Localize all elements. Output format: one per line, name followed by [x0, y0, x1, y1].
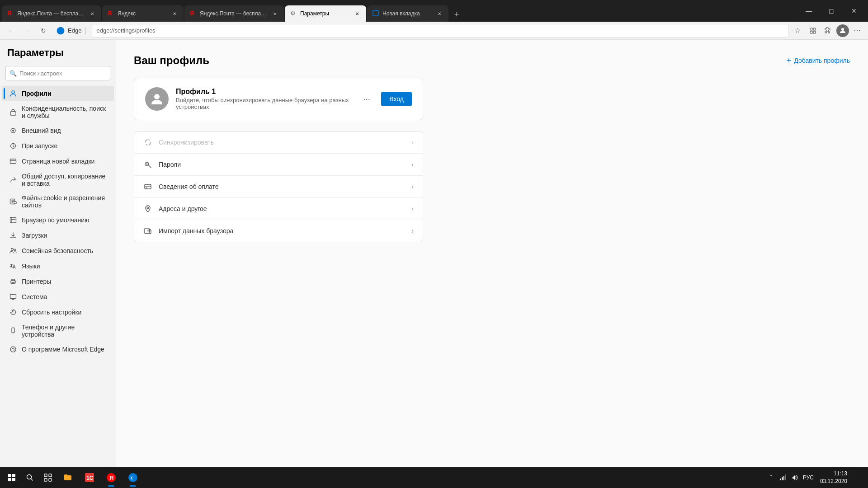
- back-button[interactable]: ←: [4, 23, 18, 38]
- svg-point-22: [13, 347, 14, 348]
- menu-import-label: Импорт данных браузера: [159, 227, 405, 235]
- settings-more-icon[interactable]: ⋯: [850, 23, 864, 38]
- search-box[interactable]: 🔍: [5, 66, 110, 80]
- language-button[interactable]: РУС: [801, 474, 816, 481]
- profile-button[interactable]: [836, 24, 849, 37]
- tab-2-favicon: Я: [108, 10, 115, 17]
- extensions-icon[interactable]: [821, 23, 835, 38]
- tab-1-close[interactable]: ✕: [89, 10, 96, 17]
- add-profile-label: Добавить профиль: [794, 57, 850, 64]
- browser-window: Я Яндекс.Почта — бесплатная и... ✕ Я Янд…: [0, 0, 868, 467]
- menu-sync-label: Синхронизировать: [159, 139, 405, 146]
- start-button[interactable]: [4, 469, 20, 486]
- task-view-button[interactable]: [40, 469, 56, 486]
- 1c-taskbar[interactable]: 1C: [80, 468, 99, 488]
- page-title: Ваш профиль: [134, 54, 209, 67]
- sidebar-item-newtab-label: Страница новой вкладки: [22, 158, 94, 165]
- svg-text:Я: Я: [109, 474, 113, 481]
- sidebar-item-cookies[interactable]: Файлы cookie и разрешения сайтов: [2, 191, 114, 212]
- svg-rect-44: [780, 479, 781, 480]
- tab-3[interactable]: Я Яндекс.Почта — бесплатная и... ✕: [184, 5, 284, 22]
- svg-point-25: [146, 164, 148, 165]
- svg-rect-32: [8, 478, 11, 481]
- tab-newtab-close[interactable]: ✕: [436, 10, 443, 17]
- network-icon[interactable]: [778, 472, 788, 483]
- svg-rect-0: [373, 10, 378, 16]
- notification-area[interactable]: ˄: [766, 472, 777, 483]
- downloads-icon: [9, 231, 17, 239]
- sidebar-item-default[interactable]: Браузер по умолчанию: [2, 212, 114, 228]
- sidebar-item-phone[interactable]: Телефон и другие устройства: [2, 320, 114, 342]
- new-tab-button[interactable]: +: [449, 7, 464, 22]
- restore-button[interactable]: ◻: [821, 3, 842, 19]
- address-input[interactable]: edge://settings/profiles: [92, 24, 788, 38]
- tab-2-close[interactable]: ✕: [171, 10, 178, 17]
- menu-item-payment[interactable]: Сведения об оплате ›: [134, 176, 423, 198]
- collections-icon[interactable]: [806, 23, 820, 38]
- sidebar-item-share[interactable]: Общий доступ, копирование и вставка: [2, 169, 114, 191]
- menu-passwords-label: Пароли: [159, 161, 405, 168]
- tab-3-title: Яндекс.Почта — бесплатная и...: [200, 10, 269, 17]
- sidebar-item-newtab[interactable]: Страница новой вкладки: [2, 154, 114, 169]
- svg-point-16: [14, 249, 16, 251]
- tab-3-favicon: Я: [190, 10, 197, 17]
- sidebar-item-privacy[interactable]: Конфиденциальность, поиск и службы: [2, 101, 114, 123]
- edge-taskbar[interactable]: [123, 468, 143, 488]
- sidebar-item-downloads[interactable]: Загрузки: [2, 228, 114, 243]
- tab-settings-title: Параметры: [300, 10, 351, 17]
- menu-item-addresses[interactable]: Адреса и другое ›: [134, 198, 423, 220]
- sidebar-item-languages[interactable]: Языки: [2, 258, 114, 274]
- svg-rect-36: [49, 474, 52, 477]
- sidebar-item-startup[interactable]: При запуске: [2, 138, 114, 154]
- clock-date: 03.12.2020: [820, 478, 847, 485]
- svg-rect-26: [145, 184, 151, 189]
- search-input[interactable]: [19, 70, 106, 77]
- add-profile-button[interactable]: + Добавить профиль: [787, 56, 850, 65]
- signin-button[interactable]: Вход: [381, 92, 412, 106]
- sidebar-item-family[interactable]: Семейная безопасность: [2, 243, 114, 258]
- tab-settings-favicon: ⚙: [290, 10, 297, 17]
- tab-newtab-title: Новая вкладка: [382, 10, 433, 17]
- tab-settings[interactable]: ⚙ Параметры ✕: [285, 5, 366, 22]
- tab-newtab[interactable]: Новая вкладка ✕: [367, 5, 448, 22]
- forward-button[interactable]: →: [20, 23, 34, 38]
- svg-point-21: [13, 332, 13, 332]
- favorites-icon[interactable]: ☆: [790, 23, 805, 38]
- import-chevron: ›: [411, 227, 414, 235]
- show-desktop-button[interactable]: [852, 469, 863, 486]
- sidebar-item-family-label: Семейная безопасность: [22, 247, 93, 254]
- sidebar-item-reset[interactable]: Сбросить настройки: [2, 305, 114, 320]
- profile-subtitle: Войдите, чтобы синхронизировать данные б…: [176, 97, 352, 110]
- menu-item-import[interactable]: Импорт данных браузера ›: [134, 220, 423, 242]
- svg-point-5: [841, 28, 844, 31]
- addresses-chevron: ›: [411, 205, 414, 212]
- profile-more-button[interactable]: ⋯: [359, 92, 374, 106]
- sidebar-item-printers[interactable]: Принтеры: [2, 274, 114, 289]
- sidebar-item-appearance-label: Внешний вид: [22, 127, 61, 134]
- menu-item-sync[interactable]: Синхронизировать ›: [134, 131, 423, 154]
- menu-item-passwords[interactable]: Пароли ›: [134, 154, 423, 176]
- search-taskbar-button[interactable]: [22, 469, 38, 486]
- sidebar-item-appearance[interactable]: Внешний вид: [2, 123, 114, 138]
- sidebar-item-profiles[interactable]: Профили: [2, 86, 114, 101]
- svg-point-6: [12, 91, 14, 94]
- sidebar-item-system[interactable]: Система: [2, 289, 114, 305]
- tab-2[interactable]: Я Яндекс ✕: [102, 5, 184, 22]
- yandex-taskbar[interactable]: Я: [101, 468, 121, 488]
- svg-rect-35: [44, 474, 47, 477]
- tab-1-favicon: Я: [7, 10, 14, 17]
- passwords-chevron: ›: [411, 161, 414, 168]
- tab-3-close[interactable]: ✕: [271, 10, 278, 17]
- file-explorer-taskbar[interactable]: [58, 468, 78, 488]
- system-clock[interactable]: 11:13 03.12.2020: [816, 470, 851, 485]
- taskbar: 1C Я ˄ РУС 11:13 03.12.2020: [0, 467, 868, 488]
- sidebar-item-about[interactable]: О программе Microsoft Edge: [2, 342, 114, 357]
- close-button[interactable]: ✕: [844, 3, 864, 19]
- tab-1[interactable]: Я Яндекс.Почта — бесплатная и... ✕: [2, 5, 101, 22]
- refresh-button[interactable]: ↻: [36, 23, 51, 38]
- sidebar-item-share-label: Общий доступ, копирование и вставка: [22, 173, 107, 187]
- minimize-button[interactable]: —: [798, 3, 819, 19]
- tab-1-title: Яндекс.Почта — бесплатная и...: [17, 10, 86, 17]
- tab-settings-close[interactable]: ✕: [354, 10, 361, 17]
- volume-icon[interactable]: [789, 472, 800, 483]
